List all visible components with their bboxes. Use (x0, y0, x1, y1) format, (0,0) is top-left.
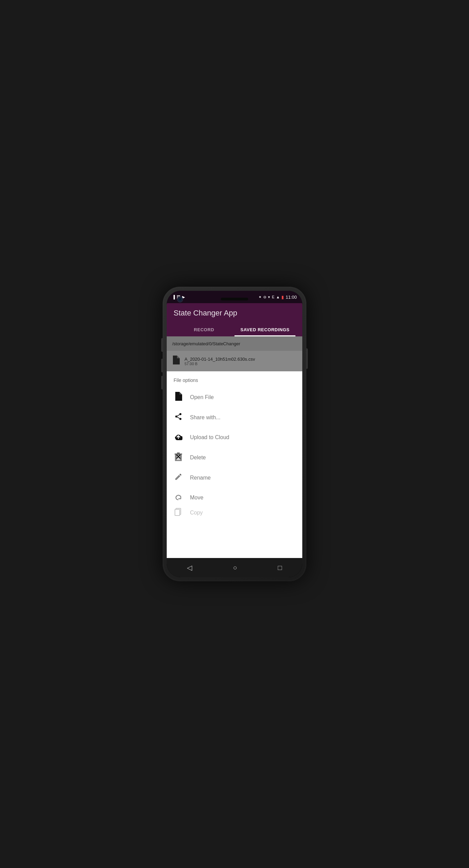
tab-saved-recordings[interactable]: SAVED RECORDINGS (234, 323, 295, 336)
wifi-icon: ▾ (268, 295, 270, 299)
svg-point-0 (179, 413, 181, 415)
file-document-icon (172, 356, 180, 367)
file-name: A_2020-01-14_10h51m02.630s.csv (185, 357, 255, 362)
tab-record[interactable]: RECORD (174, 323, 234, 336)
menu-header: File options (167, 371, 302, 387)
menu-item-delete[interactable]: Delete (167, 447, 302, 468)
delete-icon (174, 452, 183, 463)
file-icon (174, 392, 183, 403)
earpiece-speaker (221, 298, 248, 300)
battery-icon: ▮ (281, 295, 284, 300)
svg-rect-11 (175, 454, 182, 455)
file-size: 57.00 B (185, 362, 255, 366)
signal-bars-icon: ▲ (276, 295, 280, 299)
nav-bar: ◁ ○ □ (167, 558, 302, 577)
menu-item-rename[interactable]: Rename (167, 468, 302, 488)
status-icons-right: ✦ ⊖ ▾ E ▲ ▮ 11:00 (258, 295, 297, 300)
status-bar: ▐ 🖼 ▶ ✦ ⊖ ▾ E ▲ ▮ 11:00 (167, 291, 302, 303)
copy-icon (174, 508, 183, 518)
copy-label: Copy (190, 510, 203, 516)
file-path-bar: /storage/emulated/0/StateChanger (167, 336, 302, 351)
tab-bar: RECORD SAVED RECORDINGS (174, 323, 295, 336)
open-file-label: Open File (190, 394, 214, 400)
upload-label: Upload to Cloud (190, 434, 229, 441)
nav-home-button[interactable]: ○ (226, 561, 244, 574)
cloud-upload-icon (174, 432, 183, 443)
rename-label: Rename (190, 475, 211, 481)
nav-back-button[interactable]: ◁ (180, 561, 199, 574)
nav-recent-button[interactable]: □ (271, 561, 289, 574)
svg-line-4 (177, 415, 180, 416)
signal-e-icon: E (272, 295, 274, 299)
app-title: State Changer App (174, 309, 295, 318)
phone-screen: ▐ 🖼 ▶ ✦ ⊖ ▾ E ▲ ▮ 11:00 State Changer Ap… (167, 291, 302, 577)
status-time: 11:00 (286, 295, 297, 300)
menu-item-move[interactable]: Move (167, 488, 302, 508)
bluetooth-icon: ✦ (258, 295, 262, 299)
menu-item-open-file[interactable]: Open File (167, 387, 302, 408)
file-info: A_2020-01-14_10h51m02.630s.csv 57.00 B (185, 357, 255, 366)
file-item[interactable]: A_2020-01-14_10h51m02.630s.csv 57.00 B (167, 351, 302, 371)
app-header: State Changer App RECORD SAVED RECORDING… (167, 303, 302, 336)
move-icon (174, 493, 183, 503)
svg-rect-18 (175, 509, 180, 516)
menu-item-upload[interactable]: Upload to Cloud (167, 427, 302, 447)
no-disturb-icon: ⊖ (263, 295, 266, 299)
front-camera (177, 296, 183, 302)
phone-screen-container: ▐ 🖼 ▶ ✦ ⊖ ▾ E ▲ ▮ 11:00 State Changer Ap… (167, 291, 302, 577)
svg-point-2 (179, 418, 181, 420)
file-path-text: /storage/emulated/0/StateChanger (172, 341, 240, 346)
context-menu: File options Open File (167, 371, 302, 558)
menu-item-copy[interactable]: Copy (167, 508, 302, 518)
pencil-icon (174, 473, 183, 483)
svg-line-3 (177, 417, 180, 419)
svg-point-1 (175, 416, 177, 418)
move-label: Move (190, 495, 203, 501)
share-icon (174, 412, 183, 423)
alert-icon: ▐ (172, 295, 175, 299)
delete-label: Delete (190, 455, 206, 461)
share-label: Share with... (190, 414, 220, 421)
menu-item-share[interactable]: Share with... (167, 408, 302, 427)
phone-device: ▐ 🖼 ▶ ✦ ⊖ ▾ E ▲ ▮ 11:00 State Changer Ap… (163, 287, 306, 581)
